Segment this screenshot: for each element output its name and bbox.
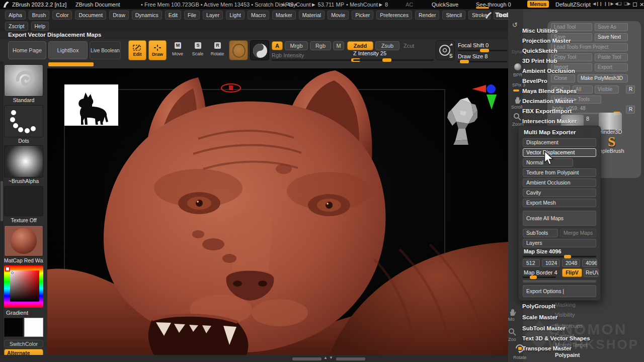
load-tools-from-project-button[interactable]: Load Tools From Project bbox=[551, 43, 628, 51]
menu-picker[interactable]: Picker bbox=[352, 11, 373, 20]
current-texture-thumbnail[interactable] bbox=[4, 186, 43, 216]
default-zscript-button[interactable]: DefaultZScript bbox=[555, 2, 591, 8]
rgb-button[interactable]: Rgb bbox=[310, 41, 331, 50]
cylinder3d-thumbnail[interactable] bbox=[599, 113, 622, 130]
scrub-back-icon[interactable]: ◀❙❙ bbox=[593, 2, 603, 6]
create-all-maps-button[interactable]: Create All Maps bbox=[523, 211, 596, 226]
zplugin-misc-utilities[interactable]: Misc Utilities bbox=[522, 28, 557, 34]
section-polypaint[interactable]: Polypaint bbox=[555, 352, 580, 358]
visible-button[interactable]: Visible bbox=[595, 85, 619, 94]
size-4096-button[interactable]: 4096 bbox=[582, 259, 597, 267]
clone-button[interactable]: Clone bbox=[551, 74, 575, 82]
rotate-button[interactable]: R Rotate bbox=[209, 42, 225, 58]
copy-left-icon[interactable]: ◀❏ bbox=[615, 2, 621, 6]
zplugin-polygroupit[interactable]: PolyGroupIt bbox=[522, 303, 555, 309]
quicksave-button[interactable]: QuickSave bbox=[432, 2, 458, 8]
zplugin-projection-master[interactable]: Projection Master bbox=[522, 38, 571, 44]
menu-dynamics[interactable]: Dynamics bbox=[132, 11, 162, 20]
draw-size-slider[interactable] bbox=[458, 61, 507, 62]
zsub-button[interactable]: Zsub bbox=[375, 41, 399, 50]
menu-macro[interactable]: Macro bbox=[248, 11, 269, 20]
sidebar-scrollbar[interactable] bbox=[0, 61, 4, 362]
map-export-mesh-button[interactable]: Export Mesh bbox=[523, 199, 596, 207]
zplugin-maya-blend-shapes[interactable]: Maya Blend Shapes bbox=[522, 88, 577, 94]
menu-draw[interactable]: Draw bbox=[109, 11, 129, 20]
shelf-move-hand-icon[interactable] bbox=[508, 308, 517, 317]
zplugin-quicksketch[interactable]: QuickSketch bbox=[522, 48, 557, 54]
save-as-button[interactable]: Save As bbox=[595, 23, 628, 31]
layers-button[interactable]: Layers bbox=[523, 239, 596, 247]
menu-document[interactable]: Document bbox=[75, 11, 106, 20]
shelf-spix-nub[interactable] bbox=[513, 89, 519, 92]
menu-light[interactable]: Light bbox=[226, 11, 245, 20]
main-color-swatch[interactable] bbox=[4, 318, 23, 337]
mrgb-button[interactable]: Mrgb bbox=[285, 41, 308, 50]
scroll-up-icon[interactable]: ▲ bbox=[324, 355, 328, 360]
menu-marker[interactable]: Marker bbox=[272, 11, 296, 20]
save-next-button[interactable]: Save Next bbox=[595, 33, 628, 41]
shelf-zoom-icon[interactable] bbox=[513, 113, 521, 121]
secondary-color-swatch[interactable] bbox=[24, 318, 43, 337]
zplugin-text3d-vector-shapes[interactable]: Text 3D & Vector Shapes bbox=[522, 335, 590, 341]
map-size-nub[interactable] bbox=[564, 255, 571, 258]
focal-shift-slider[interactable] bbox=[458, 50, 507, 51]
home-page-button[interactable]: Home Page bbox=[8, 41, 46, 59]
map-vector-displacement-button[interactable]: Vector Displacement bbox=[523, 148, 596, 157]
brush-preview-button[interactable] bbox=[229, 40, 248, 60]
menu-stencil[interactable]: Stencil bbox=[442, 11, 465, 20]
menu-file[interactable]: File bbox=[184, 11, 200, 20]
restore-button[interactable] bbox=[633, 3, 637, 7]
section-masking[interactable]: Masking bbox=[555, 302, 576, 308]
sidebar-scroll-handle[interactable] bbox=[1, 181, 3, 221]
flipv-button[interactable]: FlipV bbox=[562, 268, 582, 277]
edit-button[interactable]: Edit bbox=[128, 40, 146, 60]
shelf-dynamic-label[interactable]: Dyna bbox=[512, 49, 522, 54]
menu-render[interactable]: Render bbox=[415, 11, 439, 20]
zplugin-intersection-masker[interactable]: Intersection Masker bbox=[522, 118, 577, 124]
menu-help[interactable]: Help bbox=[31, 22, 49, 31]
live-boolean-button[interactable]: Live Boolean bbox=[90, 41, 121, 59]
current-stroke-thumbnail[interactable] bbox=[4, 105, 43, 137]
map-size-slider-label[interactable]: Map Size 4096 bbox=[524, 248, 561, 254]
switch-color-button[interactable]: SwitchColor bbox=[4, 340, 43, 347]
canvas-scroll-left[interactable] bbox=[292, 357, 321, 360]
menu-edit[interactable]: Edit bbox=[165, 11, 181, 20]
r-button-1[interactable]: R bbox=[626, 85, 635, 94]
close-button[interactable]: ✕ bbox=[639, 2, 644, 8]
move-button[interactable]: M Move bbox=[170, 42, 185, 58]
zplugin-fbx-exportimport[interactable]: FBX ExportImport bbox=[522, 108, 572, 114]
scroll-down-icon[interactable]: ▼ bbox=[329, 355, 333, 360]
menu-movie[interactable]: Movie bbox=[328, 11, 349, 20]
map-border-nub[interactable] bbox=[530, 276, 537, 279]
paste-tool-button[interactable]: Paste Tool bbox=[595, 53, 628, 61]
stroke-picker-button[interactable]: S bbox=[436, 40, 455, 60]
menu-zscript[interactable]: Zscript bbox=[5, 22, 28, 31]
alpha-preview-thumbnail[interactable] bbox=[64, 84, 118, 126]
draw-button[interactable]: Draw bbox=[148, 40, 167, 60]
menu-layer[interactable]: Layer bbox=[203, 11, 223, 20]
map-border-slider-label[interactable]: Map Border 4 bbox=[524, 269, 557, 276]
zadd-button[interactable]: Zadd bbox=[347, 41, 373, 50]
m-button[interactable]: M bbox=[333, 41, 344, 50]
size-1024-button[interactable]: 1024 bbox=[542, 259, 560, 267]
z-intensity-nub[interactable] bbox=[382, 58, 391, 62]
map-border-slider[interactable] bbox=[523, 277, 556, 278]
color-picker[interactable] bbox=[4, 265, 43, 308]
merge-maps-button[interactable]: Merge Maps bbox=[560, 229, 596, 237]
shelf-bpr-icon[interactable] bbox=[514, 63, 521, 70]
map-size-slider[interactable] bbox=[523, 256, 596, 257]
current-brush-thumbnail[interactable] bbox=[4, 64, 43, 97]
menu-color[interactable]: Color bbox=[52, 11, 72, 20]
shelf-reload-icon[interactable]: ↺ bbox=[512, 21, 518, 29]
material-preview-button[interactable] bbox=[250, 40, 269, 60]
shelf-zoom2-icon[interactable] bbox=[508, 328, 516, 336]
current-material-thumbnail[interactable] bbox=[4, 225, 43, 256]
map-cavity-button[interactable]: Cavity bbox=[523, 189, 596, 197]
color-picker-swatch[interactable] bbox=[5, 266, 10, 272]
zplugin-decimation-master[interactable]: Decimation Master bbox=[522, 98, 574, 104]
canvas-scroll-right[interactable] bbox=[336, 357, 365, 360]
r-button-2[interactable]: R bbox=[626, 106, 635, 114]
zplugin-subtool-master[interactable]: SubTool Master bbox=[522, 325, 565, 331]
z-intensity-slider[interactable] bbox=[353, 59, 434, 61]
zplugin-3d-print-hub[interactable]: 3D Print Hub bbox=[522, 58, 557, 64]
